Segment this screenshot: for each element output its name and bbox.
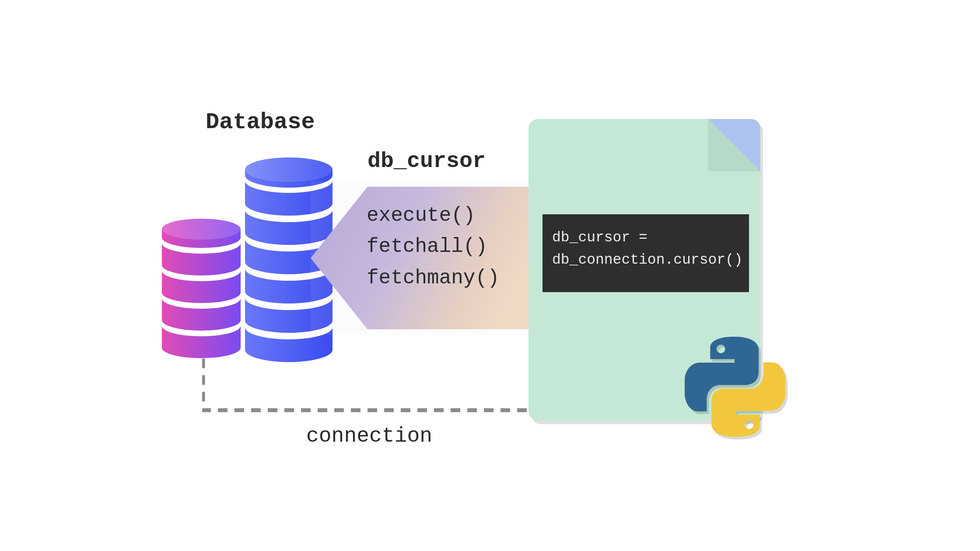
- database-label: Database: [206, 109, 315, 135]
- connection-line: [202, 359, 548, 424]
- svg-point-14: [162, 219, 241, 240]
- code-box: db_cursor = db_connection.cursor(): [542, 214, 749, 292]
- cursor-methods: execute() fetchall() fetchmany(): [367, 200, 500, 294]
- svg-point-35: [245, 157, 332, 182]
- cursor-method-execute: execute(): [367, 200, 500, 231]
- diagram-stage: Database: [162, 92, 818, 459]
- code-line-1: db_cursor =: [552, 227, 739, 249]
- cursor-method-fetchall: fetchall(): [367, 231, 500, 262]
- database-cylinder-pink-icon: [162, 219, 241, 359]
- python-logo-icon: [685, 337, 785, 437]
- cursor-title: db_cursor: [368, 149, 486, 174]
- code-line-2: db_connection.cursor(): [552, 249, 739, 271]
- cursor-method-fetchmany: fetchmany(): [367, 263, 500, 294]
- connection-label: connection: [306, 424, 432, 448]
